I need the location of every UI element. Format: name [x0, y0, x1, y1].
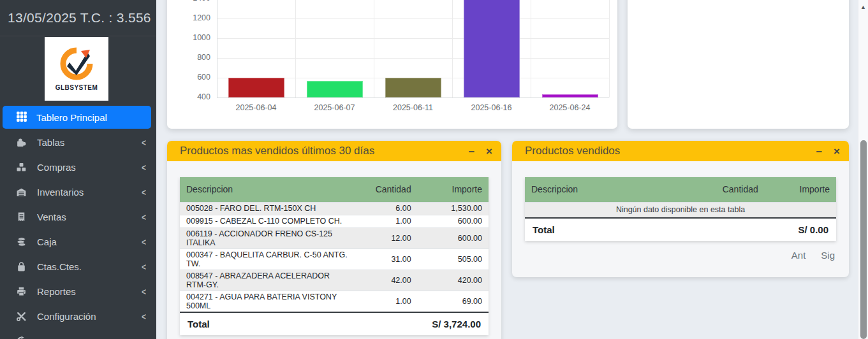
table-cell: 31.00	[356, 249, 418, 270]
y-axis-tick-label: 1000	[180, 33, 210, 42]
y-axis-tick-label: 1200	[180, 13, 210, 22]
chevron-left-icon[interactable]: <	[142, 311, 146, 321]
table-cell: 505.00	[418, 249, 489, 270]
bar-2025-06-16[interactable]	[464, 0, 520, 97]
sidebar-item-label: Inventarios	[37, 187, 84, 198]
company-logo: GLBSYSTEM	[45, 37, 108, 101]
chevron-left-icon[interactable]: <	[142, 187, 146, 197]
x-axis-tick-label: 2025-06-16	[452, 103, 531, 112]
column-header-descripcion[interactable]: Descripcion	[180, 177, 356, 202]
sidebar-item-tablas[interactable]: Tablas <	[0, 130, 156, 155]
logo-checkmark-icon	[60, 47, 93, 83]
scroll-up-arrow-icon[interactable]: ▲	[860, 4, 866, 10]
sidebar-item-label: Reportes	[37, 286, 76, 297]
close-icon[interactable]: ×	[486, 146, 492, 157]
sidebar-item-label: Tablas	[37, 137, 64, 148]
sidebar-item-ventas[interactable]: Ventas <	[0, 205, 156, 229]
column-header-importe[interactable]: Importe	[765, 177, 836, 202]
chevron-left-icon[interactable]: <	[142, 212, 146, 222]
grid-icon	[16, 111, 27, 124]
sidebar-nav: Tablas < Compras < Inventar	[0, 130, 156, 339]
sidebar-item-caja[interactable]: Caja <	[0, 229, 156, 254]
column-header-importe[interactable]: Importe	[418, 177, 489, 202]
table-cell: 1.00	[356, 215, 418, 227]
close-icon[interactable]: ×	[834, 146, 840, 157]
table-cell: 004271 - AGUA PARA BATERIA VISTONY 500ML	[180, 291, 356, 312]
prev-page-button[interactable]: Ant	[791, 250, 806, 261]
table-body: Ningún dato disponible en esta tabla	[525, 202, 836, 217]
next-page-button[interactable]: Sig	[821, 250, 835, 261]
circular-arrow-icon	[16, 336, 27, 339]
x-gridline	[609, 0, 610, 97]
column-header-cantidad[interactable]: Cantidad	[356, 177, 418, 202]
sidebar-item-label: Compras	[37, 162, 76, 173]
y-axis-tick-label: 800	[180, 53, 210, 62]
minimize-icon[interactable]: –	[469, 146, 474, 157]
table-cell: 005028 - FARO DEL. RTM-150X CH	[180, 202, 356, 215]
sidebar-item-compras[interactable]: Compras <	[0, 155, 156, 180]
chevron-left-icon[interactable]: <	[142, 137, 146, 147]
bar-2025-06-11[interactable]	[385, 78, 441, 97]
sold-products-table: Descripcion Cantidad Importe Ningún dato…	[525, 177, 836, 241]
sidebar-item-inventarios[interactable]: Inventarios <	[0, 180, 156, 205]
coins-icon	[16, 236, 27, 247]
minimize-icon[interactable]: –	[816, 146, 822, 157]
panel-sold-products-header: Productos vendidos – ×	[512, 141, 849, 161]
logo-text: GLBSYSTEM	[55, 84, 98, 91]
bar-2025-06-07[interactable]	[307, 81, 363, 97]
sidebar-item-ctas-ctes[interactable]: Ctas.Ctes. <	[0, 254, 156, 279]
window-controls: – ×	[816, 146, 840, 157]
total-row: Total S/ 3,724.00	[180, 312, 489, 335]
total-value: S/ 3,724.00	[432, 319, 481, 329]
printer-icon	[16, 286, 27, 297]
x-axis-tick-label: 2025-06-07	[295, 103, 374, 112]
table-cell: 6.00	[356, 202, 418, 215]
table-cell: 420.00	[418, 270, 489, 291]
vertical-scrollbar[interactable]: ▲	[858, 0, 868, 339]
table-row: 008547 - ABRAZADERA ACELERADOR RTM-GY.42…	[180, 270, 489, 291]
panel-top-products-header: Productos mas vendidos últimos 30 días –…	[167, 141, 501, 161]
sidebar-item-partial[interactable]	[0, 329, 156, 339]
column-header-cantidad[interactable]: Cantidad	[702, 177, 765, 202]
table-row: 009915 - CABEZAL C-110 COMPLETO CH.1.006…	[180, 215, 489, 227]
scrollbar-thumb[interactable]	[860, 140, 867, 339]
warehouse-icon	[16, 187, 27, 198]
chevron-left-icon[interactable]: <	[142, 236, 146, 247]
sidebar-item-tablero-principal[interactable]: Tablero Principal	[3, 106, 151, 129]
panel-sold-products: Productos vendidos – × Descripcion Canti…	[512, 141, 849, 277]
chevron-left-icon[interactable]: <	[142, 261, 146, 271]
panel-title: Productos vendidos	[525, 145, 620, 157]
exchange-rate-bar: 13/05/2025 T.C. : 3.556	[0, 0, 156, 36]
bag-icon	[16, 261, 27, 272]
chevron-left-icon[interactable]: <	[142, 162, 146, 172]
pagination: Ant Sig	[526, 250, 835, 261]
column-header-descripcion[interactable]: Descripcion	[525, 177, 702, 202]
y-gridline	[217, 58, 609, 59]
x-gridline	[531, 0, 531, 97]
sidebar-item-label: Caja	[37, 236, 57, 247]
panel-top-products: Productos mas vendidos últimos 30 días –…	[167, 141, 501, 339]
bar-2025-06-04[interactable]	[228, 78, 284, 97]
table-body: 005028 - FARO DEL. RTM-150X CH6.001,530.…	[180, 202, 489, 312]
chevron-left-icon[interactable]: <	[142, 286, 146, 296]
window-controls: – ×	[469, 146, 492, 157]
y-axis-tick-label: 600	[180, 73, 210, 82]
y-gridline	[217, 18, 609, 19]
x-gridline	[295, 0, 296, 97]
table-cell: 008547 - ABRAZADERA ACELERADOR RTM-GY.	[180, 270, 356, 291]
sidebar: 13/05/2025 T.C. : 3.556 GLBSYSTEM Tabler…	[0, 0, 156, 339]
sidebar-item-configuracion[interactable]: Configuración <	[0, 304, 156, 329]
sidebar-item-reportes[interactable]: Reportes <	[0, 279, 156, 304]
table-cell: 600.00	[418, 215, 489, 227]
x-axis-tick-label: 2025-06-24	[531, 103, 609, 112]
tools-icon	[16, 311, 27, 322]
y-axis-tick-label: 400	[180, 92, 210, 101]
empty-table-message: Ningún dato disponible en esta tabla	[525, 202, 836, 217]
top-products-table: Descripcion Cantidad Importe 005028 - FA…	[180, 177, 489, 335]
bar-2025-06-24[interactable]	[542, 94, 598, 97]
sidebar-item-label: Ventas	[37, 212, 66, 222]
x-axis-tick-label: 2025-06-04	[217, 103, 295, 112]
table-cell: 009915 - CABEZAL C-110 COMPLETO CH.	[180, 215, 356, 227]
sidebar-item-label: Tablero Principal	[36, 112, 107, 123]
table-row: 005028 - FARO DEL. RTM-150X CH6.001,530.…	[180, 202, 489, 215]
